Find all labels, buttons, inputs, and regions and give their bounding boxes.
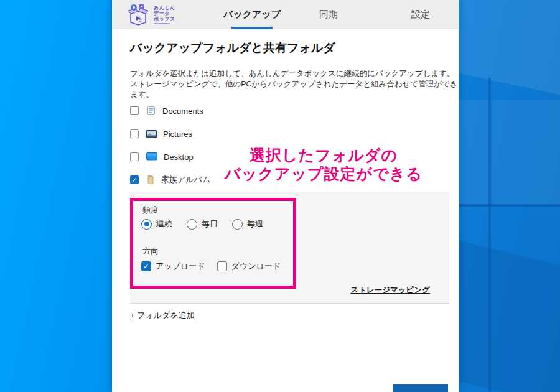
folder-label: Pictures [163, 129, 192, 139]
tab-settings[interactable]: 設定 [386, 0, 455, 29]
radio-daily[interactable]: 毎日 [187, 218, 218, 230]
folder-settings-panel: 頻度 連続 毎日 毎週 方向 [130, 192, 449, 304]
frequency-options: 連続 毎日 毎週 [141, 218, 278, 230]
tab-backup[interactable]: バックアップ [212, 0, 292, 29]
tab-sync-label: 同期 [319, 9, 338, 21]
page-description-line: フォルダを選択または追加して、あんしんデータボックスに継続的にバックアップします… [130, 68, 459, 79]
direction-options: アップロード ダウンロード [141, 261, 292, 272]
app-logo-icon [126, 2, 151, 26]
folder-label: Documents [162, 106, 203, 116]
storage-mapping-link[interactable]: ストレージマッピング [350, 285, 430, 296]
desktop-icon [146, 152, 157, 161]
logo-tagline-bar [154, 23, 170, 24]
wallpaper-pane-glow [459, 100, 560, 205]
active-tab-underline [231, 27, 273, 29]
app-header: あんしん データ ボックス バックアップ 同期 設定 [112, 0, 459, 29]
windows-logo-vertical-line [488, 78, 491, 392]
radio-label: 毎週 [247, 218, 263, 230]
radio-label: 連続 [156, 218, 172, 230]
folder-row-family-album: 家族アルバム [130, 174, 210, 186]
windows-logo-horizontal-line [459, 204, 560, 207]
checkbox-icon[interactable] [141, 261, 151, 271]
app-logo: あんしん データ ボックス [126, 2, 175, 26]
app-logo-text: あんしん データ ボックス [154, 5, 175, 24]
folder-row-desktop: Desktop [130, 151, 210, 163]
folder-checkbox[interactable] [130, 175, 139, 184]
checkbox-label: ダウンロード [231, 261, 281, 272]
radio-continuous[interactable]: 連続 [141, 218, 172, 230]
folder-icon [146, 175, 155, 185]
radio-icon[interactable] [187, 219, 197, 230]
radio-label: 毎日 [202, 218, 218, 230]
page-description: フォルダを選択または追加して、あんしんデータボックスに継続的にバックアップします… [130, 68, 459, 100]
desktop: あんしん データ ボックス バックアップ 同期 設定 バックアップフォルダと共有… [0, 0, 560, 392]
checkbox-label: アップロード [156, 261, 205, 272]
folder-label: Desktop [164, 152, 194, 162]
app-window: あんしん データ ボックス バックアップ 同期 設定 バックアップフォルダと共有… [112, 0, 459, 392]
document-icon [146, 106, 156, 116]
annotation-line: バックアップ設定ができる [205, 164, 442, 183]
backup-folder-list: Documents Pictures Desktop [130, 105, 210, 197]
folder-checkbox[interactable] [130, 106, 139, 115]
folder-checkbox[interactable] [130, 129, 139, 138]
add-folder-link[interactable]: + フォルダを追加 [130, 310, 195, 321]
checkbox-upload[interactable]: アップロード [141, 261, 205, 272]
checkbox-icon[interactable] [217, 261, 227, 271]
checkbox-download[interactable]: ダウンロード [217, 261, 281, 272]
tab-settings-label: 設定 [411, 9, 430, 21]
annotation-line: 選択したフォルダの [205, 146, 442, 164]
folder-label: 家族アルバム [161, 174, 210, 185]
folder-row-documents: Documents [130, 105, 210, 117]
primary-action-button[interactable] [393, 384, 448, 392]
page-description-line: ストレージマッピングで、他のPCからバックアップされたデータと組み合わせて管理が… [130, 79, 459, 100]
radio-icon[interactable] [141, 219, 152, 230]
tab-backup-label: バックアップ [223, 9, 281, 21]
logo-line: データ [154, 11, 175, 16]
radio-icon[interactable] [232, 219, 243, 230]
tab-sync[interactable]: 同期 [294, 0, 363, 29]
folder-checkbox[interactable] [130, 152, 139, 161]
settings-highlight-box: 頻度 連続 毎日 毎週 方向 [130, 198, 296, 289]
logo-line: ボックス [154, 16, 175, 22]
tutorial-annotation: 選択したフォルダの バックアップ設定ができる [205, 146, 442, 183]
pictures-icon [146, 130, 157, 138]
page-title: バックアップフォルダと共有フォルダ [130, 40, 335, 56]
radio-weekly[interactable]: 毎週 [232, 218, 263, 230]
logo-line: あんしん [154, 5, 175, 11]
frequency-label: 頻度 [142, 205, 159, 216]
direction-label: 方向 [142, 246, 159, 257]
folder-row-pictures: Pictures [130, 128, 210, 140]
